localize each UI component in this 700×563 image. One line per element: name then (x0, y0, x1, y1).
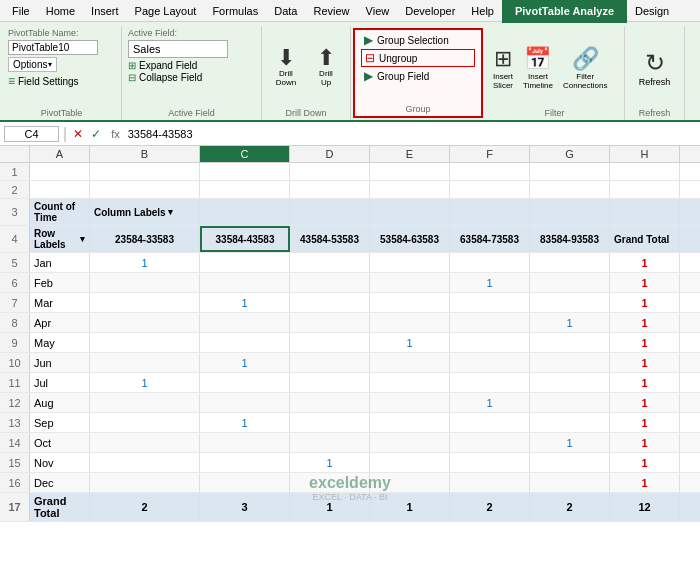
cell-reference-input[interactable] (4, 126, 59, 142)
cell-b4[interactable]: 23584-33583 (90, 226, 200, 252)
cell-b2[interactable] (90, 181, 200, 198)
cell-f10[interactable] (450, 353, 530, 372)
group-selection-btn[interactable]: ▶ Group Selection (361, 32, 475, 48)
cell-g7[interactable] (530, 293, 610, 312)
cell-d10[interactable] (290, 353, 370, 372)
group-field-btn[interactable]: ▶ Group Field (361, 68, 475, 84)
cell-h16[interactable]: 1 (610, 473, 680, 492)
cell-c1[interactable] (200, 163, 290, 180)
cell-f1[interactable] (450, 163, 530, 180)
insert-slicer-btn[interactable]: ⊞ InsertSlicer (491, 44, 515, 92)
cell-h6[interactable]: 1 (610, 273, 680, 292)
cell-e2[interactable] (370, 181, 450, 198)
col-header-c[interactable]: C (200, 146, 290, 162)
menu-page-layout[interactable]: Page Layout (127, 3, 205, 19)
cell-e11[interactable] (370, 373, 450, 392)
cell-g10[interactable] (530, 353, 610, 372)
cell-a1[interactable] (30, 163, 90, 180)
cell-c8[interactable] (200, 313, 290, 332)
cell-c13[interactable]: 1 (200, 413, 290, 432)
cell-b16[interactable] (90, 473, 200, 492)
cell-a3[interactable]: Count of Time (30, 199, 90, 225)
cell-f15[interactable] (450, 453, 530, 472)
cell-h3[interactable] (610, 199, 680, 225)
cell-h17[interactable]: 12 (610, 493, 680, 521)
cell-e14[interactable] (370, 433, 450, 452)
cell-f13[interactable] (450, 413, 530, 432)
cell-g6[interactable] (530, 273, 610, 292)
col-header-b[interactable]: B (90, 146, 200, 162)
cell-d13[interactable] (290, 413, 370, 432)
cell-g12[interactable] (530, 393, 610, 412)
cell-a16[interactable]: Dec (30, 473, 90, 492)
drill-down-button[interactable]: ⬇ DrillDown (268, 44, 304, 90)
cell-b3[interactable]: Column Labels ▾ (90, 199, 200, 225)
cell-b13[interactable] (90, 413, 200, 432)
cell-a14[interactable]: Oct (30, 433, 90, 452)
cell-a8[interactable]: Apr (30, 313, 90, 332)
cell-h13[interactable]: 1 (610, 413, 680, 432)
refresh-btn[interactable]: ↻ Refresh (631, 28, 678, 108)
field-settings-label[interactable]: Field Settings (18, 76, 79, 87)
cell-a9[interactable]: May (30, 333, 90, 352)
cell-h2[interactable] (610, 181, 680, 198)
col-header-h[interactable]: H (610, 146, 680, 162)
cell-e5[interactable] (370, 253, 450, 272)
cell-f16[interactable] (450, 473, 530, 492)
cell-g4[interactable]: 83584-93583 (530, 226, 610, 252)
cell-h8[interactable]: 1 (610, 313, 680, 332)
cell-f3[interactable] (450, 199, 530, 225)
col-header-a[interactable]: A (30, 146, 90, 162)
active-field-input[interactable] (128, 40, 228, 58)
cell-d4[interactable]: 43584-53583 (290, 226, 370, 252)
cell-f14[interactable] (450, 433, 530, 452)
cell-c4[interactable]: 33584-43583 (200, 226, 290, 252)
cell-e3[interactable] (370, 199, 450, 225)
cell-d12[interactable] (290, 393, 370, 412)
cell-a11[interactable]: Jul (30, 373, 90, 392)
cell-c17[interactable]: 3 (200, 493, 290, 521)
cell-g3[interactable] (530, 199, 610, 225)
cell-e1[interactable] (370, 163, 450, 180)
cell-d8[interactable] (290, 313, 370, 332)
cell-b9[interactable] (90, 333, 200, 352)
cell-h11[interactable]: 1 (610, 373, 680, 392)
cell-d2[interactable] (290, 181, 370, 198)
menu-file[interactable]: File (4, 3, 38, 19)
cell-g9[interactable] (530, 333, 610, 352)
row-labels-dropdown[interactable]: ▾ (80, 234, 85, 244)
cell-a5[interactable]: Jan (30, 253, 90, 272)
pivot-name-input[interactable] (8, 40, 98, 55)
cell-b14[interactable] (90, 433, 200, 452)
cell-h4[interactable]: Grand Total (610, 226, 680, 252)
menu-formulas[interactable]: Formulas (204, 3, 266, 19)
menu-design[interactable]: Design (627, 3, 677, 19)
cell-a15[interactable]: Nov (30, 453, 90, 472)
cell-f11[interactable] (450, 373, 530, 392)
cell-f8[interactable] (450, 313, 530, 332)
menu-insert[interactable]: Insert (83, 3, 127, 19)
cell-e13[interactable] (370, 413, 450, 432)
menu-view[interactable]: View (358, 3, 398, 19)
cell-f12[interactable]: 1 (450, 393, 530, 412)
cell-a10[interactable]: Jun (30, 353, 90, 372)
drill-up-button[interactable]: ⬆ DrillUp (308, 44, 344, 90)
cell-b5[interactable]: 1 (90, 253, 200, 272)
cell-d9[interactable] (290, 333, 370, 352)
cell-e12[interactable] (370, 393, 450, 412)
col-header-d[interactable]: D (290, 146, 370, 162)
expand-field-btn[interactable]: ⊞ Expand Field (128, 60, 255, 71)
cell-b8[interactable] (90, 313, 200, 332)
cell-c10[interactable]: 1 (200, 353, 290, 372)
cell-a17[interactable]: Grand Total (30, 493, 90, 521)
menu-review[interactable]: Review (305, 3, 357, 19)
cell-b17[interactable]: 2 (90, 493, 200, 521)
filter-connections-btn[interactable]: 🔗 FilterConnections (561, 44, 609, 92)
cell-g5[interactable] (530, 253, 610, 272)
menu-home[interactable]: Home (38, 3, 83, 19)
cell-c16[interactable] (200, 473, 290, 492)
cancel-icon[interactable]: ✕ (71, 127, 85, 141)
menu-pivot-analyze[interactable]: PivotTable Analyze (502, 0, 627, 23)
cell-e4[interactable]: 53584-63583 (370, 226, 450, 252)
cell-b12[interactable] (90, 393, 200, 412)
